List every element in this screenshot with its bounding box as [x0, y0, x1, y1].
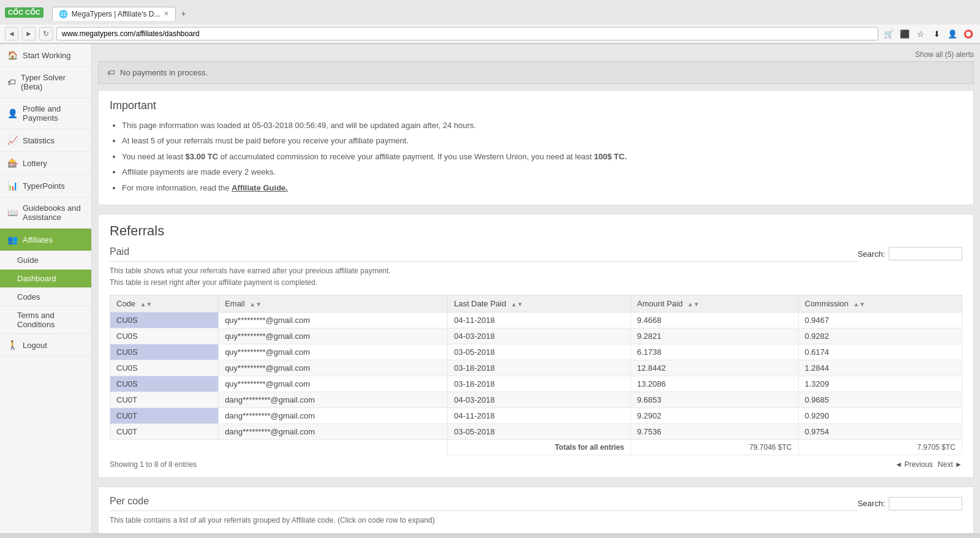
forward-button[interactable]: ►	[22, 27, 36, 40]
address-bar: ◄ ► ↻ 🛒 ⬛ ☆ ⬇ 👤 ⭕	[0, 25, 980, 44]
col-code[interactable]: Code ▲▼	[110, 295, 219, 313]
sort-date-icon: ▲▼	[511, 301, 523, 308]
sidebar-item-logout[interactable]: 🚶 Logout	[0, 334, 91, 357]
cell-code: CU0T	[110, 408, 219, 424]
sub-item-dashboard[interactable]: Dashboard	[0, 270, 91, 288]
tag-icon2: 🏷	[107, 68, 115, 77]
new-tab-button[interactable]: +	[176, 6, 190, 21]
sidebar-item-typer-points[interactable]: 📊 TyperPoints	[0, 175, 91, 197]
sidebar-item-statistics[interactable]: 📈 Statistics	[0, 129, 91, 152]
prev-page-link[interactable]: ◄ Previous	[895, 460, 933, 469]
cell-code: CU0S	[110, 344, 219, 360]
referrals-title: Referrals	[110, 223, 962, 239]
bold-amount: $3.00 TC	[186, 152, 218, 161]
cell-date: 04-11-2018	[448, 313, 631, 328]
per-code-section: Per code Search: This table contains a l…	[98, 487, 974, 533]
browser-icons: 🛒 ⬛ ☆ ⬇ 👤 ⭕	[882, 27, 975, 40]
sidebar-label-typer-solver: Typer Solver (Beta)	[21, 73, 84, 91]
cell-commission: 0.9685	[798, 392, 962, 408]
cell-commission: 0.9754	[798, 424, 962, 440]
totals-commission: 7.9705 $TC	[798, 440, 962, 455]
sort-code-icon: ▲▼	[140, 301, 153, 308]
totals-row: Totals for all entries 79.7046 $TC 7.970…	[110, 440, 962, 455]
sidebar-label-affiliates: Affiliates	[23, 235, 53, 244]
bookmark-icon[interactable]: ☆	[914, 27, 927, 40]
no-payments-bar: 🏷 No payments in process.	[98, 61, 974, 84]
tab-title: MegaTypers | Affiliate's D...	[72, 10, 160, 18]
affiliate-guide-link[interactable]: Affiliate Guide.	[232, 183, 288, 192]
cell-amount: 6.1738	[631, 344, 799, 360]
sidebar-item-profile-payments[interactable]: 👤 Profile and Payments	[0, 98, 91, 129]
important-box: Important This page information was load…	[98, 90, 974, 205]
bold-western: 100$ TC.	[594, 152, 627, 161]
sort-amount-icon: ▲▼	[687, 301, 699, 308]
next-page-link[interactable]: Next ►	[938, 460, 962, 469]
sidebar-item-lottery[interactable]: 🎰 Lottery	[0, 152, 91, 175]
cart-icon[interactable]: 🛒	[882, 27, 895, 40]
table-row: CU0T dang*********@gmail.com 04-11-2018 …	[110, 408, 962, 424]
sub-item-guide[interactable]: Guide	[0, 251, 91, 270]
cell-commission: 1.2844	[798, 360, 962, 376]
important-point-2: At least 5 of your referrals must be pai…	[122, 134, 962, 148]
important-point-5: For more information, read the Affiliate…	[122, 181, 962, 195]
cell-code: CU0S	[110, 328, 219, 344]
totals-amount: 79.7046 $TC	[631, 440, 799, 455]
sub-label-dashboard: Dashboard	[17, 274, 56, 283]
cell-date: 04-11-2018	[448, 408, 631, 424]
cell-email: dang*********@gmail.com	[219, 424, 448, 440]
cell-email: quy*********@gmail.com	[219, 313, 448, 328]
browser-tab[interactable]: 🌐 MegaTypers | Affiliate's D... ✕	[52, 7, 176, 21]
profile-circle-icon[interactable]: ⭕	[962, 27, 975, 40]
tag-icon: 🏷	[7, 77, 16, 87]
tab-close-button[interactable]: ✕	[164, 10, 169, 18]
sidebar-item-start-working[interactable]: 🏠 Start Working	[0, 44, 91, 67]
cell-amount: 9.6853	[631, 392, 799, 408]
sidebar-item-guidebooks[interactable]: 📖 Guidebooks and Assistance	[0, 197, 91, 229]
download-icon[interactable]: ⬇	[930, 27, 943, 40]
browser-top-bar: CỐC CỐC 🌐 MegaTypers | Affiliate's D... …	[0, 0, 980, 25]
col-email[interactable]: Email ▲▼	[219, 295, 448, 313]
cell-date: 03-05-2018	[448, 344, 631, 360]
per-code-search-input[interactable]	[889, 497, 962, 510]
cell-code: CU0S	[110, 313, 219, 328]
cell-email: quy*********@gmail.com	[219, 328, 448, 344]
back-button[interactable]: ◄	[5, 27, 18, 40]
extensions-icon[interactable]: 👤	[946, 27, 959, 40]
cell-date: 04-03-2018	[448, 328, 631, 344]
table-row: CU0T dang*********@gmail.com 04-03-2018 …	[110, 392, 962, 408]
cell-date: 03-18-2018	[448, 360, 631, 376]
paid-title: Paid	[110, 246, 858, 262]
translate-icon[interactable]: ⬛	[898, 27, 911, 40]
paid-header: Paid Search:	[110, 246, 962, 262]
pagination-links: ◄ Previous Next ►	[895, 460, 962, 469]
sort-email-icon: ▲▼	[249, 301, 262, 308]
sub-item-codes[interactable]: Codes	[0, 288, 91, 306]
table-row: CU0S quy*********@gmail.com 03-18-2018 1…	[110, 360, 962, 376]
sidebar-label-logout: Logout	[23, 341, 47, 350]
sidebar-item-typer-solver[interactable]: 🏷 Typer Solver (Beta)	[0, 67, 91, 98]
important-list: This page information was loaded at 05-0…	[110, 118, 962, 195]
no-payments-text: No payments in process.	[120, 68, 208, 77]
cell-amount: 9.4668	[631, 313, 799, 328]
sidebar-item-affiliates[interactable]: 👥 Affiliates	[0, 229, 91, 251]
sidebar-label-typer-points: TyperPoints	[23, 181, 65, 191]
show-all-alerts[interactable]: Show all (5) alerts	[98, 50, 974, 59]
sidebar-label-start-working: Start Working	[23, 51, 71, 60]
cell-date: 03-18-2018	[448, 376, 631, 392]
per-code-title: Per code	[110, 496, 858, 511]
col-commission[interactable]: Commission ▲▼	[798, 295, 962, 313]
col-amount[interactable]: Amount Paid ▲▼	[631, 295, 799, 313]
url-input[interactable]	[56, 27, 878, 40]
chart-icon: 📈	[7, 135, 18, 145]
cell-commission: 0.9467	[798, 313, 962, 328]
sub-label-terms: Terms and Conditions	[17, 311, 55, 329]
pagination-area: Showing 1 to 8 of 8 entries ◄ Previous N…	[110, 460, 962, 469]
paid-search-input[interactable]	[889, 247, 962, 260]
reload-button[interactable]: ↻	[39, 27, 53, 40]
totals-label: Totals for all entries	[448, 440, 631, 455]
points-icon: 📊	[7, 181, 18, 191]
logout-icon: 🚶	[7, 340, 18, 350]
sub-item-terms[interactable]: Terms and Conditions	[0, 306, 91, 334]
col-last-date[interactable]: Last Date Paid ▲▼	[448, 295, 631, 313]
browser-chrome: CỐC CỐC 🌐 MegaTypers | Affiliate's D... …	[0, 0, 980, 44]
